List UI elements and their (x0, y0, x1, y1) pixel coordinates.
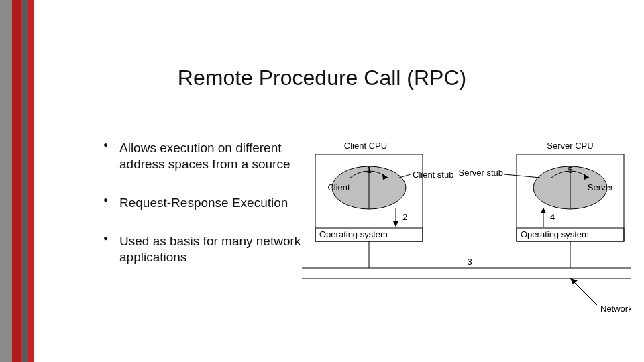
bullet-item: Allows execution on different address sp… (107, 140, 302, 172)
accent-strip (0, 0, 12, 362)
label-server-stub: Server stub (459, 168, 503, 178)
slide-title: Remote Procedure Call (RPC) (0, 66, 644, 90)
label-os-right: Operating system (521, 229, 589, 239)
step-5: 5 (568, 165, 572, 175)
label-server: Server (588, 182, 614, 192)
label-client-cpu: Client CPU (344, 141, 387, 151)
step-3: 3 (467, 257, 472, 267)
step-4: 4 (550, 212, 555, 222)
accent-strip (12, 0, 21, 362)
bullet-item: Request-Response Execution (107, 195, 302, 211)
svg-marker-7 (393, 221, 398, 227)
svg-marker-15 (541, 208, 546, 213)
rpc-diagram: Client CPU Server CPU Client Client stub… (302, 141, 631, 315)
svg-line-11 (504, 174, 540, 178)
svg-line-3 (399, 174, 411, 178)
label-client-stub: Client stub (413, 170, 453, 180)
label-server-cpu: Server CPU (547, 141, 593, 151)
label-os-left: Operating system (319, 229, 388, 239)
accent-strip (28, 0, 34, 362)
label-network: Network (600, 304, 631, 314)
step-2: 2 (402, 212, 407, 222)
label-client: Client (327, 182, 350, 192)
step-1: 1 (366, 165, 371, 175)
svg-marker-21 (570, 278, 578, 284)
accent-strip (21, 0, 28, 362)
bullet-list: Allows execution on different address sp… (80, 140, 302, 288)
bullet-item: Used as basis for many network applicati… (107, 233, 302, 265)
